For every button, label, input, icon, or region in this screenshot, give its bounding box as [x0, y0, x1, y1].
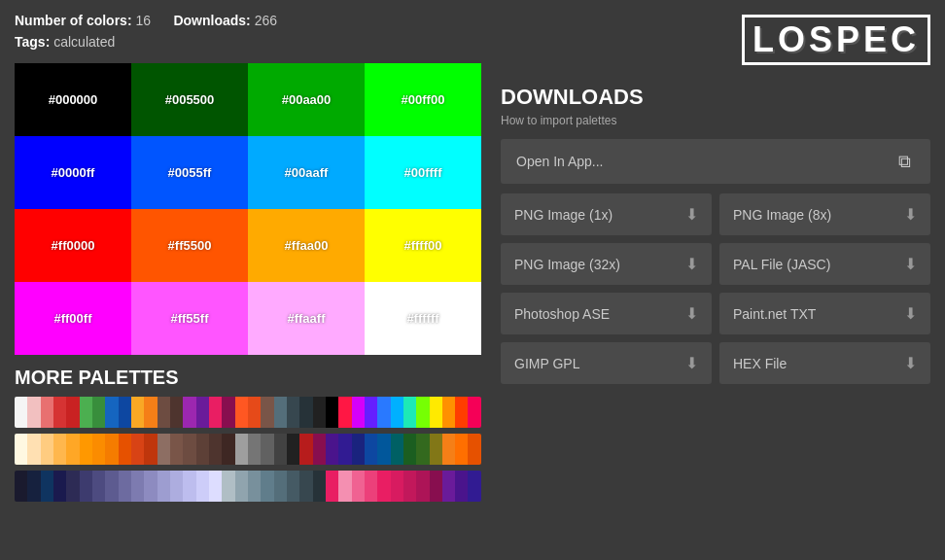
palette-strip-color: [105, 397, 118, 428]
palette-strip-color: [41, 434, 53, 465]
palette-strip-color: [338, 471, 351, 502]
palette-strip-color: [248, 434, 261, 465]
palette-strip-color: [119, 397, 131, 428]
palette-strip-color: [92, 434, 105, 465]
color-cell[interactable]: #00aa00: [248, 63, 365, 136]
palette-strip-color: [377, 397, 390, 428]
palette-strip-color: [391, 397, 403, 428]
palette-strip-color: [235, 434, 248, 465]
palette-strip-color: [468, 434, 480, 465]
palette-strip-color: [27, 434, 40, 465]
palette-strip-color: [158, 434, 170, 465]
tags-label: Tags:: [15, 34, 50, 50]
palette-strip-color: [170, 471, 183, 502]
download-label-png-32x: PNG Image (32x): [514, 257, 620, 272]
color-cell[interactable]: #ffaa00: [248, 209, 365, 282]
palette-strip-color: [430, 397, 442, 428]
download-label-paint-net: Paint.net TXT: [733, 306, 816, 322]
palette-strip-color: [66, 397, 79, 428]
download-label-png-8x: PNG Image (8x): [733, 207, 831, 223]
palette-strip-color: [131, 471, 144, 502]
palette-strip-color: [144, 434, 157, 465]
color-cell[interactable]: #0055ff: [131, 136, 248, 209]
palette-strip-color: [391, 434, 403, 465]
meta-row-colors: Number of colors: 16 Downloads: 266: [15, 10, 481, 31]
download-btn-png-32x[interactable]: PNG Image (32x): [501, 243, 712, 285]
color-cell[interactable]: #ff5500: [131, 209, 248, 282]
color-cell[interactable]: #ff0000: [15, 209, 131, 282]
palette-strip-color: [326, 397, 338, 428]
palette-strip-color: [105, 471, 118, 502]
main-container: Number of colors: 16 Downloads: 266 Tags…: [0, 0, 945, 511]
palette-strip-color: [299, 397, 312, 428]
palette-strip-color: [80, 397, 92, 428]
palette-strip-color: [338, 434, 351, 465]
downloads-subtitle: How to import palettes: [501, 114, 930, 127]
palette-strip-color: [144, 397, 157, 428]
palette-strip-color: [403, 434, 416, 465]
palette-strip-color: [248, 471, 261, 502]
palette-strip-color: [66, 434, 79, 465]
open-in-app-button[interactable]: Open In App... ⧉: [501, 139, 930, 184]
download-btn-paint-net[interactable]: Paint.net TXT: [719, 293, 930, 334]
palette-strip-color: [416, 434, 429, 465]
palette-strip[interactable]: [15, 471, 481, 502]
color-cell[interactable]: #ff55ff: [131, 282, 248, 355]
palette-strip-color: [92, 397, 105, 428]
download-btn-png-8x[interactable]: PNG Image (8x): [719, 193, 930, 235]
palette-strip-color: [455, 397, 468, 428]
download-grid: PNG Image (1x)PNG Image (8x)PNG Image (3…: [501, 193, 930, 384]
download-icon: [685, 255, 698, 273]
color-grid: #000000#005500#00aa00#00ff00#0000ff#0055…: [15, 63, 481, 355]
download-label-hex-file: HEX File: [733, 356, 787, 371]
color-cell[interactable]: #ffaaff: [248, 282, 365, 355]
palette-strip-color: [352, 471, 365, 502]
more-palettes-title: MORE PALETTES: [15, 367, 481, 389]
palette-strip-color: [170, 397, 183, 428]
palette-strip-color: [131, 397, 144, 428]
open-in-app-label: Open In App...: [516, 154, 604, 169]
color-cell[interactable]: #0000ff: [15, 136, 131, 209]
palette-strip-color: [287, 471, 299, 502]
download-icon: [685, 304, 698, 323]
num-colors-value: 16: [135, 13, 151, 28]
download-btn-pal-jasc[interactable]: PAL File (JASC): [719, 243, 930, 285]
palette-strip[interactable]: [15, 397, 481, 428]
palette-strip-color: [313, 434, 326, 465]
download-icon: [685, 354, 698, 372]
palette-strip-color: [209, 397, 222, 428]
palette-strip-color: [365, 471, 377, 502]
download-btn-gimp-gpl[interactable]: GIMP GPL: [501, 342, 712, 384]
color-cell[interactable]: #00ffff: [365, 136, 481, 209]
palette-strip-color: [27, 397, 40, 428]
download-icon: [904, 205, 917, 224]
palette-strip-color: [235, 471, 248, 502]
color-cell[interactable]: #ffffff: [365, 282, 481, 355]
palette-strip-color: [183, 397, 195, 428]
palette-strip-color: [131, 434, 144, 465]
download-icon: [904, 255, 917, 273]
palette-strip-color: [53, 471, 66, 502]
download-icon: [904, 304, 917, 323]
color-cell[interactable]: #ff00ff: [15, 282, 131, 355]
palette-strip-color: [365, 434, 377, 465]
download-btn-hex-file[interactable]: HEX File: [719, 342, 930, 384]
download-btn-png-1x[interactable]: PNG Image (1x): [501, 193, 712, 235]
palette-strip-color: [170, 434, 183, 465]
color-cell[interactable]: #005500: [131, 63, 248, 136]
palette-strip-color: [455, 471, 468, 502]
color-cell[interactable]: #ffff00: [365, 209, 481, 282]
palette-strip-color: [468, 397, 480, 428]
color-cell[interactable]: #00aaff: [248, 136, 365, 209]
tags-value: calculated: [53, 34, 115, 50]
download-label-gimp-gpl: GIMP GPL: [514, 356, 579, 371]
color-cell[interactable]: #000000: [15, 63, 131, 136]
download-btn-photoshop-ase[interactable]: Photoshop ASE: [501, 293, 712, 334]
palette-strip-color: [209, 471, 222, 502]
palette-strip-color: [261, 434, 273, 465]
palette-strip-color: [442, 434, 455, 465]
palette-strip-color: [15, 471, 27, 502]
palette-strip-color: [326, 471, 338, 502]
palette-strip[interactable]: [15, 434, 481, 465]
color-cell[interactable]: #00ff00: [365, 63, 481, 136]
